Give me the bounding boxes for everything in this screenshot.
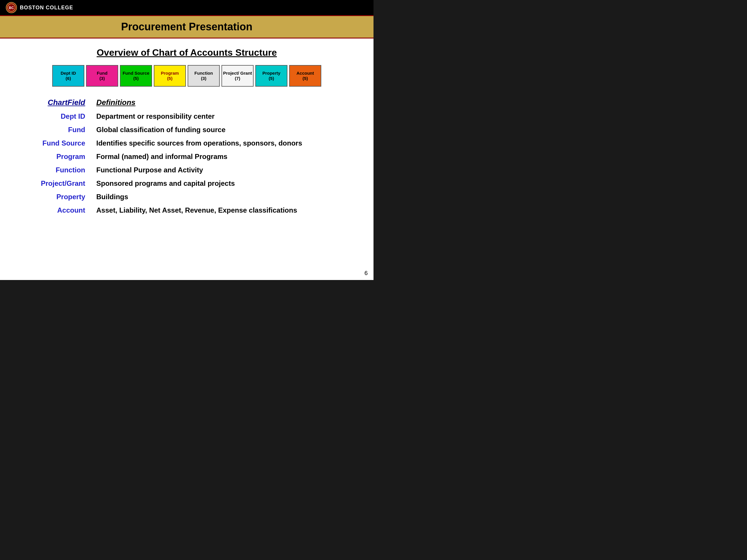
title-bar: Procurement Presentation — [0, 15, 374, 38]
slide-wrapper: BC BOSTON COLLEGE Procurement Presentati… — [0, 0, 374, 280]
bc-seal-icon: BC — [6, 2, 17, 13]
header-field-label: ChartField — [18, 96, 93, 110]
header-def-label: Definitions — [93, 96, 356, 110]
def-projectgrant: Sponsored programs and capital projects — [93, 177, 356, 190]
coa-property-sub: (5) — [262, 76, 280, 81]
coa-box-deptid: Dept ID (6) — [52, 65, 84, 87]
def-fundsource: Identifies specific sources from operati… — [93, 136, 356, 150]
field-fundsource: Fund Source — [18, 136, 93, 150]
table-row: Dept ID Department or responsibility cen… — [18, 110, 356, 123]
def-program: Formal (named) and informal Programs — [93, 150, 356, 163]
table-row: Property Buildings — [18, 190, 356, 204]
field-projectgrant: Project/Grant — [18, 177, 93, 190]
definitions-table: ChartField Definitions Dept ID Departmen… — [18, 96, 356, 217]
field-deptid: Dept ID — [18, 110, 93, 123]
coa-box-fundsrc: Fund Source (5) — [120, 65, 152, 87]
bc-logo: BC BOSTON COLLEGE — [6, 2, 73, 13]
coa-projgrant-sub: (7) — [223, 76, 252, 81]
coa-boxes-row: Dept ID (6) Fund (3) Fund Source (5) Pro… — [18, 65, 356, 87]
coa-deptid-sub: (6) — [61, 76, 76, 81]
def-deptid: Department or responsibility center — [93, 110, 356, 123]
main-content: Overview of Chart of Accounts Structure … — [0, 38, 374, 280]
field-property: Property — [18, 190, 93, 204]
coa-box-program: Program (5) — [154, 65, 186, 87]
coa-box-account: Account (5) — [289, 65, 321, 87]
coa-fundsrc-sub: (5) — [123, 76, 149, 81]
page-number: 6 — [364, 270, 368, 276]
coa-box-projgrant: Project/ Grant (7) — [222, 65, 254, 87]
table-row: Function Functional Purpose and Activity — [18, 163, 356, 177]
def-account: Asset, Liability, Net Asset, Revenue, Ex… — [93, 204, 356, 217]
coa-program-label: Program — [161, 71, 179, 76]
coa-function-label: Function — [194, 71, 213, 76]
table-row: Fund Source Identifies specific sources … — [18, 136, 356, 150]
def-function: Functional Purpose and Activity — [93, 163, 356, 177]
coa-property-label: Property — [262, 71, 280, 76]
college-name: BOSTON COLLEGE — [20, 5, 73, 11]
svg-text:BC: BC — [9, 6, 14, 10]
coa-fundsrc-label: Fund Source — [123, 71, 149, 76]
presentation-title: Procurement Presentation — [121, 21, 252, 33]
coa-program-sub: (5) — [161, 76, 179, 81]
page-subtitle: Overview of Chart of Accounts Structure — [18, 47, 356, 58]
field-program: Program — [18, 150, 93, 163]
coa-projgrant-label: Project/ Grant — [223, 71, 252, 76]
coa-fund-label: Fund — [97, 71, 108, 76]
table-header-row: ChartField Definitions — [18, 96, 356, 110]
field-function: Function — [18, 163, 93, 177]
table-row: Fund Global classification of funding so… — [18, 123, 356, 136]
coa-function-sub: (3) — [194, 76, 213, 81]
def-property: Buildings — [93, 190, 356, 204]
coa-box-function: Function (3) — [188, 65, 220, 87]
table-row: Project/Grant Sponsored programs and cap… — [18, 177, 356, 190]
table-row: Program Formal (named) and informal Prog… — [18, 150, 356, 163]
coa-fund-sub: (3) — [97, 76, 108, 81]
coa-box-fund: Fund (3) — [86, 65, 118, 87]
field-fund: Fund — [18, 123, 93, 136]
field-account: Account — [18, 204, 93, 217]
table-row: Account Asset, Liability, Net Asset, Rev… — [18, 204, 356, 217]
def-fund: Global classification of funding source — [93, 123, 356, 136]
top-bar: BC BOSTON COLLEGE — [0, 0, 374, 15]
coa-account-label: Account — [297, 71, 314, 76]
coa-deptid-label: Dept ID — [61, 71, 76, 76]
coa-account-sub: (5) — [297, 76, 314, 81]
coa-box-property: Property (5) — [255, 65, 287, 87]
